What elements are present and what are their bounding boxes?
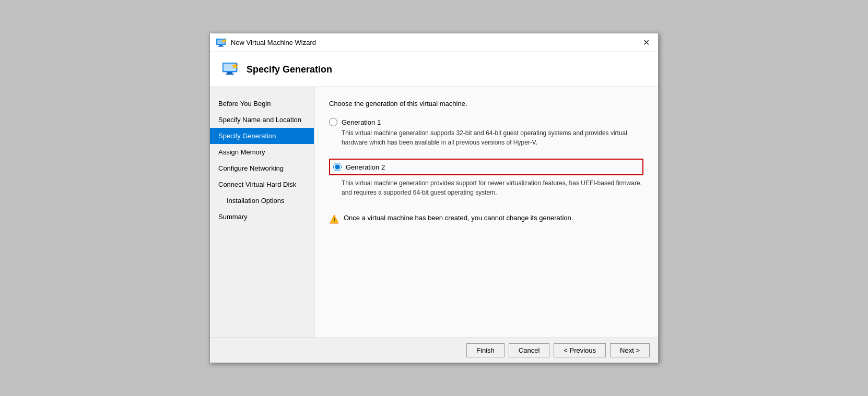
generation2-description: This virtual machine generation provides… <box>342 178 643 197</box>
header-vm-icon <box>222 63 239 76</box>
sidebar-item-summary[interactable]: Summary <box>210 209 314 225</box>
vm-icon <box>216 39 227 47</box>
warning-text: Once a virtual machine has been created,… <box>344 214 573 222</box>
sidebar-item-specify-name[interactable]: Specify Name and Location <box>210 112 314 128</box>
warning-icon: ! <box>329 214 339 224</box>
previous-button[interactable]: < Previous <box>554 343 606 357</box>
svg-rect-7 <box>227 72 232 74</box>
title-bar: New Virtual Machine Wizard ✕ <box>210 33 658 52</box>
finish-button[interactable]: Finish <box>466 343 505 357</box>
generation1-label[interactable]: Generation 1 <box>342 118 381 126</box>
page-title: Specify Generation <box>247 64 332 75</box>
cancel-button[interactable]: Cancel <box>509 343 549 357</box>
sidebar-item-configure-networking[interactable]: Configure Networking <box>210 160 314 176</box>
generation1-radio[interactable] <box>329 118 337 126</box>
wizard-window: New Virtual Machine Wizard ✕ Specify Gen… <box>209 33 659 363</box>
generation1-label-row: Generation 1 <box>329 118 643 126</box>
generation2-radio[interactable] <box>333 163 342 171</box>
generation1-option: Generation 1 This virtual machine genera… <box>329 118 643 152</box>
window-title: New Virtual Machine Wizard <box>231 39 316 46</box>
svg-rect-2 <box>219 45 222 46</box>
generation2-box: Generation 2 <box>329 159 643 175</box>
svg-text:!: ! <box>333 217 335 223</box>
generation2-option: Generation 2 This virtual machine genera… <box>329 159 643 202</box>
warning-row: ! Once a virtual machine has been create… <box>329 214 643 224</box>
content-area: Choose the generation of this virtual ma… <box>314 87 658 338</box>
sidebar-item-before-you-begin[interactable]: Before You Begin <box>210 95 314 112</box>
close-button[interactable]: ✕ <box>641 39 652 47</box>
sidebar-item-connect-vhd[interactable]: Connect Virtual Hard Disk <box>210 176 314 193</box>
sidebar-item-specify-generation[interactable]: Specify Generation <box>210 128 314 144</box>
body-section: Before You Begin Specify Name and Locati… <box>210 87 658 338</box>
next-button[interactable]: Next > <box>610 343 650 357</box>
svg-rect-8 <box>226 74 234 75</box>
header-section: Specify Generation <box>210 52 658 87</box>
sidebar-item-assign-memory[interactable]: Assign Memory <box>210 144 314 160</box>
generation1-description: This virtual machine generation supports… <box>342 128 643 147</box>
generation2-label[interactable]: Generation 2 <box>346 163 385 171</box>
sidebar: Before You Begin Specify Name and Locati… <box>210 87 314 338</box>
sidebar-item-installation-options[interactable]: Installation Options <box>210 193 314 209</box>
generation-radio-group: Generation 1 This virtual machine genera… <box>329 118 643 206</box>
title-bar-left: New Virtual Machine Wizard <box>216 39 316 47</box>
footer: Finish Cancel < Previous Next > <box>210 338 658 363</box>
content-intro: Choose the generation of this virtual ma… <box>329 100 643 107</box>
svg-rect-3 <box>218 46 224 47</box>
